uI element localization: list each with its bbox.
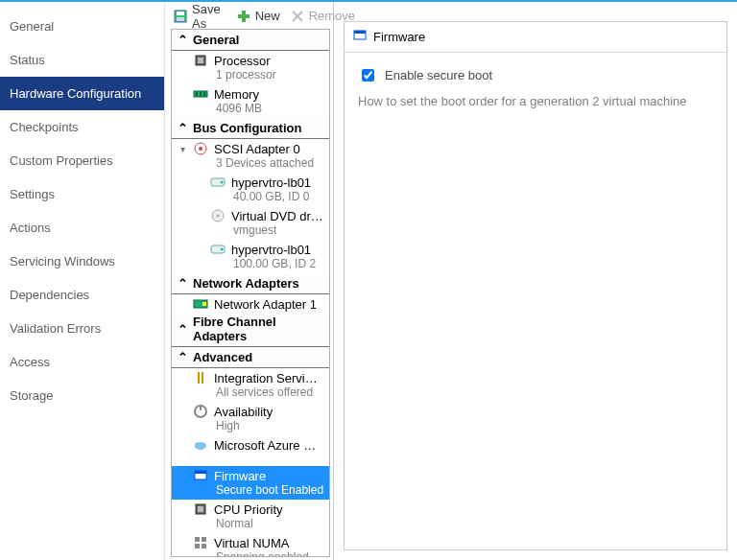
window-accent-bar <box>0 0 737 2</box>
svg-rect-33 <box>198 506 203 512</box>
save-as-label: Save As <box>192 2 221 31</box>
memory-icon <box>193 86 208 102</box>
tree-node-virtual-numa: Virtual NUMA Spanning enabled <box>172 533 329 557</box>
azure-icon <box>193 437 208 453</box>
tree-node-sub: Spanning enabled <box>172 550 329 557</box>
svg-rect-24 <box>198 372 200 384</box>
tree-node-label: CPU Priority <box>214 502 283 517</box>
firmware-icon <box>352 28 368 46</box>
secure-boot-checkbox[interactable] <box>362 69 374 82</box>
nav-item-access[interactable]: Access <box>0 345 164 379</box>
new-button[interactable]: New <box>232 7 284 26</box>
nav-item-settings[interactable]: Settings <box>0 177 164 211</box>
section-title: Bus Configuration <box>193 121 301 135</box>
detail-title-bar: Firmware <box>345 22 726 53</box>
tree-node-label: Microsoft Azure Site... <box>214 438 323 453</box>
disk-icon <box>210 175 226 190</box>
section-title: Fibre Channel Adapters <box>193 315 323 343</box>
section-title: General <box>193 33 239 47</box>
svg-rect-13 <box>203 92 205 96</box>
tree-node-label: Integration Services <box>214 371 323 385</box>
svg-rect-9 <box>198 58 203 63</box>
plus-icon <box>236 9 251 24</box>
nav-item-validation-errors[interactable]: Validation Errors <box>0 312 164 345</box>
tree-node-label: Availability <box>214 405 273 419</box>
nav-item-servicing-windows[interactable]: Servicing Windows <box>0 245 164 278</box>
tree-node-firmware: Firmware Secure boot Enabled <box>172 466 329 500</box>
save-as-button[interactable]: Save As <box>169 0 225 33</box>
tree-node-sub: All services offered <box>172 385 329 402</box>
svg-point-29 <box>195 443 201 448</box>
nav-item-custom-properties[interactable]: Custom Properties <box>0 144 164 177</box>
svg-point-19 <box>217 215 220 218</box>
tree-node-sub: Secure boot Enabled <box>172 483 329 500</box>
tree-toolbar: Save As New Remove <box>165 0 333 29</box>
svg-rect-11 <box>196 92 198 96</box>
nav-item-dependencies[interactable]: Dependencies <box>0 278 164 312</box>
svg-rect-35 <box>202 537 206 542</box>
detail-title-text: Firmware <box>373 30 425 44</box>
cpu-icon <box>193 502 208 517</box>
nav-item-actions[interactable]: Actions <box>0 211 164 245</box>
svg-rect-31 <box>195 471 206 474</box>
section-title: Advanced <box>193 350 252 364</box>
tree-node-sub: 40.00 GB, ID 0 <box>172 190 329 206</box>
cpu-icon <box>193 53 208 68</box>
chevron-up-icon: ⌃ <box>178 350 187 364</box>
tree-node-azure-site: Microsoft Azure Site... <box>172 435 329 466</box>
chevron-up-icon: ⌃ <box>178 33 187 47</box>
tree-node-dvd: Virtual DVD drive vmguest <box>172 206 329 240</box>
svg-rect-36 <box>195 544 200 548</box>
secure-boot-label: Enable secure boot <box>385 68 492 82</box>
nav-item-storage[interactable]: Storage <box>0 379 164 412</box>
tree-node-memory: Memory 4096 MB <box>172 84 329 118</box>
svg-point-21 <box>221 248 224 251</box>
new-label: New <box>255 9 280 23</box>
tree-node-network-adapter-1: Network Adapter 1 <box>172 294 329 312</box>
nav-item-status[interactable]: Status <box>0 43 164 77</box>
svg-rect-39 <box>354 31 366 34</box>
tree-node-integration-services: Integration Services All services offere… <box>172 368 329 402</box>
nav-item-checkpoints[interactable]: Checkpoints <box>0 110 164 144</box>
detail-body: Enable secure boot How to set the boot o… <box>345 53 726 122</box>
tree-node-label: Memory <box>214 87 259 102</box>
tree-node-label: hypervtro-lb01 <box>231 175 311 190</box>
secure-boot-row[interactable]: Enable secure boot <box>358 66 713 84</box>
tree-node-sub: Normal <box>172 517 329 533</box>
tree-node-label: Processor <box>214 54 271 68</box>
expander-icon[interactable]: ▾ <box>178 144 187 154</box>
nic-icon <box>193 296 208 312</box>
section-header-fibre-channel[interactable]: ⌃ Fibre Channel Adapters <box>172 312 329 347</box>
nav-item-hardware-configuration[interactable]: Hardware Configuration <box>0 77 164 110</box>
hardware-tree: ⌃ General Processor 1 processor Memory 4… <box>171 29 330 557</box>
boot-order-hint: How to set the boot order for a generati… <box>358 94 713 108</box>
disk-icon <box>210 242 226 257</box>
svg-rect-25 <box>202 372 203 384</box>
svg-point-15 <box>199 147 202 151</box>
tree-node-disk-2: hypervtro-lb01 100.00 GB, ID 2 <box>172 240 329 273</box>
chevron-up-icon: ⌃ <box>178 322 187 337</box>
svg-rect-23 <box>202 302 206 306</box>
tree-node-cpu-priority: CPU Priority Normal <box>172 500 329 533</box>
section-header-general[interactable]: ⌃ General <box>172 30 329 51</box>
detail-pane: Firmware Enable secure boot How to set t… <box>334 0 737 560</box>
tree-node-label: Firmware <box>214 469 266 483</box>
firmware-icon <box>193 468 208 483</box>
svg-rect-34 <box>195 537 200 542</box>
nav-item-general[interactable]: General <box>0 10 164 43</box>
detail-box: Firmware Enable secure boot How to set t… <box>344 21 727 550</box>
remove-icon <box>290 9 305 24</box>
tree-node-label: hypervtro-lb01 <box>231 243 311 257</box>
svg-rect-3 <box>177 17 184 21</box>
tree-node-label: Virtual DVD drive <box>231 209 323 223</box>
services-icon <box>193 370 208 385</box>
svg-rect-2 <box>177 12 184 15</box>
svg-rect-27 <box>200 406 202 410</box>
tree-node-sub: vmguest <box>172 223 329 240</box>
chevron-up-icon: ⌃ <box>178 121 187 135</box>
save-icon <box>173 9 188 24</box>
section-title: Network Adapters <box>193 276 299 291</box>
section-header-bus-configuration[interactable]: ⌃ Bus Configuration <box>172 118 329 139</box>
section-header-advanced[interactable]: ⌃ Advanced <box>172 347 329 368</box>
section-header-network-adapters[interactable]: ⌃ Network Adapters <box>172 273 329 294</box>
